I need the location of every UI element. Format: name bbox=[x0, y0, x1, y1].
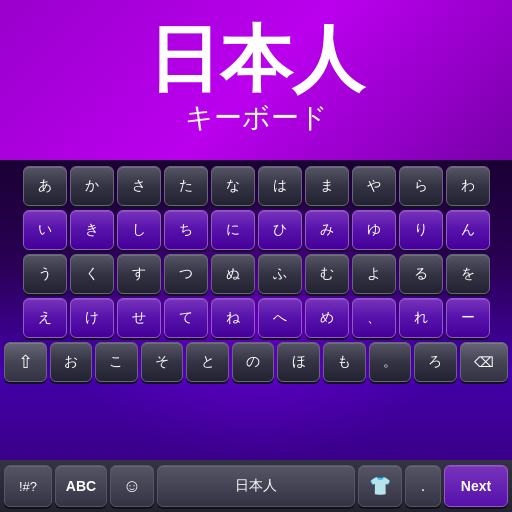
key-き[interactable]: き bbox=[70, 210, 114, 250]
key-ろ[interactable]: ろ bbox=[414, 342, 457, 382]
key-か[interactable]: か bbox=[70, 166, 114, 206]
key-む[interactable]: む bbox=[305, 254, 349, 294]
key-を[interactable]: を bbox=[446, 254, 490, 294]
lang-key[interactable]: 日本人 bbox=[157, 465, 355, 507]
key-ん[interactable]: ん bbox=[446, 210, 490, 250]
key-row-2: うくすつぬふむよるを bbox=[4, 254, 508, 294]
key-⌫[interactable]: ⌫ bbox=[460, 342, 508, 382]
emoji-key[interactable]: ☺ bbox=[110, 465, 154, 507]
key-よ[interactable]: よ bbox=[352, 254, 396, 294]
key-る[interactable]: る bbox=[399, 254, 443, 294]
key-ら[interactable]: ら bbox=[399, 166, 443, 206]
key-た[interactable]: た bbox=[164, 166, 208, 206]
app-header: 日本人 キーボード bbox=[0, 0, 512, 160]
key-わ[interactable]: わ bbox=[446, 166, 490, 206]
key-↑[interactable]: ⇧ bbox=[4, 342, 47, 382]
key-row-3: えけせてねへめ、れー bbox=[4, 298, 508, 338]
key-ね[interactable]: ね bbox=[211, 298, 255, 338]
key-り[interactable]: り bbox=[399, 210, 443, 250]
key-く[interactable]: く bbox=[70, 254, 114, 294]
title-kanji: 日本人 bbox=[148, 23, 364, 95]
key-ひ[interactable]: ひ bbox=[258, 210, 302, 250]
key-ほ[interactable]: ほ bbox=[277, 342, 320, 382]
key-お[interactable]: お bbox=[50, 342, 93, 382]
key-row-1: いきしちにひみゆりん bbox=[4, 210, 508, 250]
keyboard-toolbar: !#? ABC ☺ 日本人 👕 . Next bbox=[0, 460, 512, 512]
key-し[interactable]: し bbox=[117, 210, 161, 250]
key-ち[interactable]: ち bbox=[164, 210, 208, 250]
key-や[interactable]: や bbox=[352, 166, 396, 206]
key-も[interactable]: も bbox=[323, 342, 366, 382]
keyboard-rows: あかさたなはまやらわいきしちにひみゆりんうくすつぬふむよるをえけせてねへめ、れー… bbox=[0, 160, 512, 382]
keyboard-area: あかさたなはまやらわいきしちにひみゆりんうくすつぬふむよるをえけせてねへめ、れー… bbox=[0, 160, 512, 512]
key-て[interactable]: て bbox=[164, 298, 208, 338]
key-row-0: あかさたなはまやらわ bbox=[4, 166, 508, 206]
key-い[interactable]: い bbox=[23, 210, 67, 250]
key-あ[interactable]: あ bbox=[23, 166, 67, 206]
key-つ[interactable]: つ bbox=[164, 254, 208, 294]
key-そ[interactable]: そ bbox=[141, 342, 184, 382]
key-み[interactable]: み bbox=[305, 210, 349, 250]
dot-key[interactable]: . bbox=[405, 465, 441, 507]
sym-key[interactable]: !#? bbox=[4, 465, 52, 507]
key-ゆ[interactable]: ゆ bbox=[352, 210, 396, 250]
key-へ[interactable]: へ bbox=[258, 298, 302, 338]
key-は[interactable]: は bbox=[258, 166, 302, 206]
key-ふ[interactable]: ふ bbox=[258, 254, 302, 294]
key-ー[interactable]: ー bbox=[446, 298, 490, 338]
next-key[interactable]: Next bbox=[444, 465, 508, 507]
key-の[interactable]: の bbox=[232, 342, 275, 382]
key-に[interactable]: に bbox=[211, 210, 255, 250]
key-え[interactable]: え bbox=[23, 298, 67, 338]
title-sub: キーボード bbox=[185, 99, 328, 137]
key-row-4: ⇧おこそとのほも。ろ⌫ bbox=[4, 342, 508, 382]
shirt-key[interactable]: 👕 bbox=[358, 465, 402, 507]
key-こ[interactable]: こ bbox=[95, 342, 138, 382]
key-ぬ[interactable]: ぬ bbox=[211, 254, 255, 294]
key-す[interactable]: す bbox=[117, 254, 161, 294]
key-け[interactable]: け bbox=[70, 298, 114, 338]
key-、[interactable]: 、 bbox=[352, 298, 396, 338]
key-な[interactable]: な bbox=[211, 166, 255, 206]
key-。[interactable]: 。 bbox=[369, 342, 412, 382]
key-れ[interactable]: れ bbox=[399, 298, 443, 338]
key-ま[interactable]: ま bbox=[305, 166, 349, 206]
abc-key[interactable]: ABC bbox=[55, 465, 107, 507]
key-と[interactable]: と bbox=[186, 342, 229, 382]
key-さ[interactable]: さ bbox=[117, 166, 161, 206]
key-め[interactable]: め bbox=[305, 298, 349, 338]
key-う[interactable]: う bbox=[23, 254, 67, 294]
key-せ[interactable]: せ bbox=[117, 298, 161, 338]
